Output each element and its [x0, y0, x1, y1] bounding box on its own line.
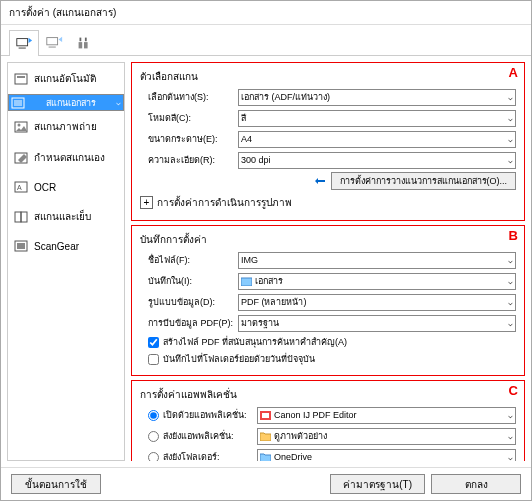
sidebar-item-3[interactable]: กำหนดสแกนเอง — [8, 142, 124, 173]
sidebar-item-label: OCR — [34, 182, 56, 193]
instructions-button[interactable]: ขั้นตอนการใช้ — [11, 474, 101, 494]
sidebar-item-0[interactable]: สแกนอัตโนมัติ — [8, 63, 124, 94]
orientation-settings-button[interactable]: การตั้งค่าการวางแนวการสแกนเอกสาร(O)... — [331, 172, 517, 190]
defaults-button[interactable]: ค่ามาตรฐาน(T) — [330, 474, 425, 494]
svg-rect-1 — [19, 47, 26, 48]
source-label: เลือกต้นทาง(S): — [140, 90, 238, 104]
sidebar-item-5[interactable]: สแกนและเย็บ — [8, 201, 124, 232]
app-settings-title: การตั้งค่าแอพพลิเคชั่น — [140, 387, 516, 402]
filename-label: ชื่อไฟล์(F): — [140, 253, 238, 267]
svg-rect-25 — [262, 413, 269, 418]
tab-general-settings[interactable] — [69, 29, 99, 55]
svg-point-15 — [18, 123, 21, 126]
pdf-compression-label: การบีบข้อมูล PDF(P): — [140, 316, 238, 330]
sidebar-icon — [11, 97, 25, 109]
pdf-compression-select[interactable]: มาตรฐาน — [238, 315, 516, 332]
app-select-0[interactable]: Canon IJ PDF Editor — [257, 407, 516, 424]
sidebar-icon: A — [14, 181, 28, 193]
app-icon — [260, 411, 271, 420]
svg-rect-22 — [17, 243, 25, 249]
savein-select[interactable]: เอกสาร — [238, 273, 516, 290]
paper-size-select[interactable]: A4 — [238, 131, 516, 148]
sidebar-item-label: สแกนภาพถ่าย — [34, 119, 97, 134]
sidebar-item-6[interactable]: ScanGear — [8, 232, 124, 260]
image-processing-label: การตั้งค่าการดำเนินการรูปภาพ — [157, 195, 292, 210]
svg-rect-23 — [241, 278, 252, 286]
app-settings-group: C การตั้งค่าแอพพลิเคชั่น เปิดด้วยแอพพลิเ… — [131, 380, 525, 461]
group-letter-a: A — [509, 65, 518, 80]
sidebar-item-label: ScanGear — [34, 241, 79, 252]
save-subfolder-date-checkbox[interactable]: บันทึกไปที่โฟลเดอร์ย่อยด้วยวันที่ปัจจุบั… — [140, 352, 516, 366]
expand-image-processing[interactable]: + — [140, 196, 153, 209]
app-radio-1[interactable]: ส่งยังแอพพลิเคชั่น: — [140, 429, 257, 443]
sidebar-icon — [14, 211, 28, 223]
svg-rect-19 — [15, 212, 21, 222]
group-letter-c: C — [509, 383, 518, 398]
format-select[interactable]: PDF (หลายหน้า) — [238, 294, 516, 311]
savein-label: บันทึกใน(I): — [140, 274, 238, 288]
folder-y-icon — [260, 432, 271, 441]
top-tabs — [1, 25, 531, 56]
group-letter-b: B — [509, 228, 518, 243]
color-mode-label: โหมดสี(C): — [140, 111, 238, 125]
scan-options-group: A ตัวเลือกสแกน เลือกต้นทาง(S):เอกสาร (AD… — [131, 62, 525, 221]
sidebar-item-2[interactable]: สแกนภาพถ่าย — [8, 111, 124, 142]
sidebar-item-label: สแกนและเย็บ — [34, 209, 91, 224]
app-select-1[interactable]: ดูภาพตัวอย่าง — [257, 428, 516, 445]
return-arrow-icon — [313, 176, 327, 186]
svg-rect-7 — [84, 42, 88, 48]
svg-rect-3 — [49, 46, 56, 47]
svg-rect-6 — [79, 42, 83, 48]
svg-text:A: A — [17, 184, 22, 191]
folder-b-icon — [260, 453, 271, 462]
save-settings-group: B บันทึกการตั้งค่า ชื่อไฟล์(F):IMG บันทึ… — [131, 225, 525, 376]
filename-select[interactable]: IMG — [238, 252, 516, 269]
folder-icon — [241, 277, 252, 286]
svg-rect-0 — [17, 38, 28, 45]
svg-rect-20 — [21, 212, 27, 222]
tab-scan-from-pc[interactable] — [9, 30, 39, 56]
sidebar-icon — [14, 73, 28, 85]
resolution-label: ความละเอียด(R): — [140, 153, 238, 167]
color-mode-select[interactable]: สี — [238, 110, 516, 127]
svg-rect-4 — [80, 37, 82, 41]
sidebar-icon — [14, 152, 28, 164]
app-select-2[interactable]: OneDrive — [257, 449, 516, 462]
resolution-select[interactable]: 300 dpi — [238, 152, 516, 169]
format-label: รูปแบบข้อมูล(D): — [140, 295, 238, 309]
paper-size-label: ขนาดกระดาษ(E): — [140, 132, 238, 146]
app-radio-label: ส่งยังแอพพลิเคชั่น: — [163, 429, 257, 443]
window-title: การตั้งค่า (สแกนเอกสาร) — [1, 1, 531, 25]
sidebar: สแกนอัตโนมัติสแกนเอกสารสแกนภาพถ่ายกำหนดส… — [7, 62, 125, 461]
app-radio-0[interactable]: เปิดด้วยแอพพลิเคชั่น: — [140, 408, 257, 422]
tab-scan-from-panel[interactable] — [39, 29, 69, 55]
app-radio-label: ส่งยังโฟลเดอร์: — [163, 450, 257, 461]
scan-options-title: ตัวเลือกสแกน — [140, 69, 516, 84]
sidebar-icon — [14, 121, 28, 133]
sidebar-item-label: สแกนอัตโนมัติ — [34, 71, 96, 86]
sidebar-icon — [14, 240, 28, 252]
source-select[interactable]: เอกสาร (ADF/แท่นวาง) — [238, 89, 516, 106]
svg-rect-9 — [17, 76, 25, 78]
svg-rect-8 — [15, 74, 27, 84]
sidebar-item-label: สแกนเอกสาร — [46, 96, 96, 110]
save-settings-title: บันทึกการตั้งค่า — [140, 232, 516, 247]
searchable-pdf-checkbox[interactable]: สร้างไฟล์ PDF ที่สนับสนุนการค้นหาคำสำคัญ… — [140, 335, 516, 349]
ok-button[interactable]: ตกลง — [431, 474, 521, 494]
sidebar-item-1[interactable]: สแกนเอกสาร — [8, 94, 124, 111]
svg-rect-2 — [47, 37, 58, 44]
app-radio-2[interactable]: ส่งยังโฟลเดอร์: — [140, 450, 257, 461]
sidebar-item-4[interactable]: AOCR — [8, 173, 124, 201]
svg-rect-5 — [85, 37, 87, 41]
sidebar-item-label: กำหนดสแกนเอง — [34, 150, 105, 165]
app-radio-label: เปิดด้วยแอพพลิเคชั่น: — [163, 408, 257, 422]
